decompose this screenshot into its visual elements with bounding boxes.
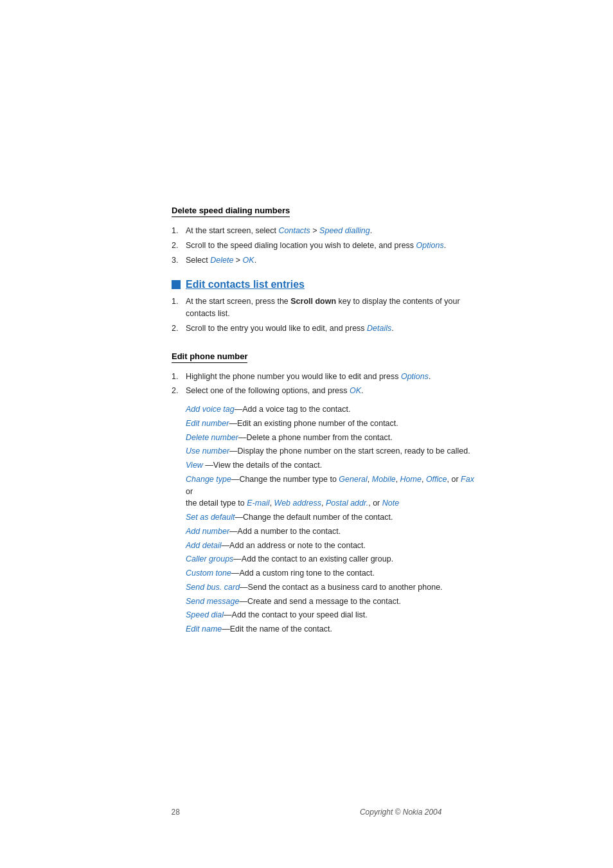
edit-phone-section: Edit phone number 1. Highlight the phone… [172,341,480,635]
option-view: View —View the details of the contact. [186,459,480,472]
delete-step-1: 1. At the start screen, select Contacts … [172,225,480,237]
options-link-1[interactable]: Options [416,241,444,250]
option-custom-tone: Custom tone—Add a custom ring tone to th… [186,567,480,580]
edit-contacts-heading: Edit contacts list entries [186,279,305,290]
edit-contacts-step-2: 2. Scroll to the entry you would like to… [172,323,480,335]
edit-phone-step-1: 1. Highlight the phone number you would … [172,371,480,383]
option-use-number: Use number—Display the phone number on t… [186,445,480,457]
delete-section: Delete speed dialing numbers 1. At the s… [172,206,480,266]
option-set-as-default: Set as default—Change the default number… [186,511,480,524]
option-speed-dial: Speed dial—Add the contact to your speed… [186,609,480,621]
option-caller-groups: Caller groups—Add the contact to an exis… [186,553,480,565]
copyright-text: Copyright © Nokia 2004 [360,808,442,817]
option-add-detail: Add detail—Add an address or note to the… [186,540,480,552]
option-send-message: Send message—Create and send a message t… [186,596,480,608]
option-add-number: Add number—Add a number to the contact. [186,526,480,538]
edit-contacts-section: Edit contacts list entries 1. At the sta… [172,279,480,334]
delete-heading: Delete speed dialing numbers [172,206,290,217]
ok-link-2[interactable]: OK [350,386,361,395]
option-change-type: Change type—Change the number type to Ge… [186,474,480,509]
edit-phone-step-2: 2. Select one of the following options, … [172,385,480,397]
edit-phone-heading: Edit phone number [172,351,247,363]
ok-link-1[interactable]: OK [243,256,254,265]
options-link-2[interactable]: Options [401,372,429,381]
page-number: 28 [172,808,180,817]
delete-step-3: 3. Select Delete > OK. [172,254,480,267]
option-send-bus-card: Send bus. card—Send the contact as a bus… [186,581,480,594]
option-add-voice-tag: Add voice tag—Add a voice tag to the con… [186,403,480,416]
option-delete-number: Delete number—Delete a phone number from… [186,432,480,444]
option-edit-name: Edit name—Edit the name of the contact. [186,623,480,635]
delete-link[interactable]: Delete [210,256,233,265]
edit-contacts-steps-list: 1. At the start screen, press the Scroll… [172,296,480,334]
details-link[interactable]: Details [367,324,391,333]
option-edit-number: Edit number—Edit an existing phone numbe… [186,418,480,430]
edit-contacts-step-1: 1. At the start screen, press the Scroll… [172,296,480,320]
content: Delete speed dialing numbers 1. At the s… [107,0,506,676]
footer: 28 Copyright © Nokia 2004 [0,808,613,817]
contacts-link[interactable]: Contacts [279,226,310,235]
scroll-down-label: Scroll down [290,297,336,306]
blue-square-icon [172,280,181,289]
delete-steps-list: 1. At the start screen, select Contacts … [172,225,480,266]
page: Delete speed dialing numbers 1. At the s… [0,0,613,868]
edit-contacts-heading-block: Edit contacts list entries [172,279,480,290]
delete-step-2: 2. Scroll to the speed dialing location … [172,240,480,252]
edit-phone-steps-list: 1. Highlight the phone number you would … [172,371,480,398]
speed-dialling-link[interactable]: Speed dialling [319,226,370,235]
